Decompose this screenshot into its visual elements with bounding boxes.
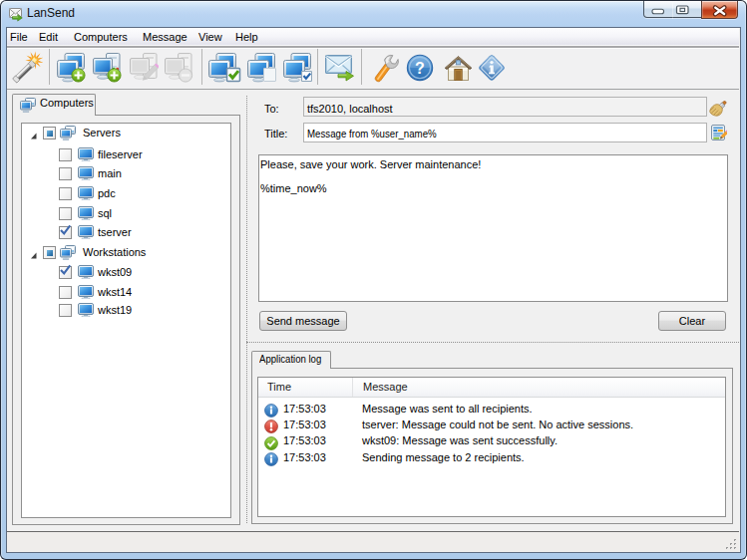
- svg-text:?: ?: [415, 60, 425, 77]
